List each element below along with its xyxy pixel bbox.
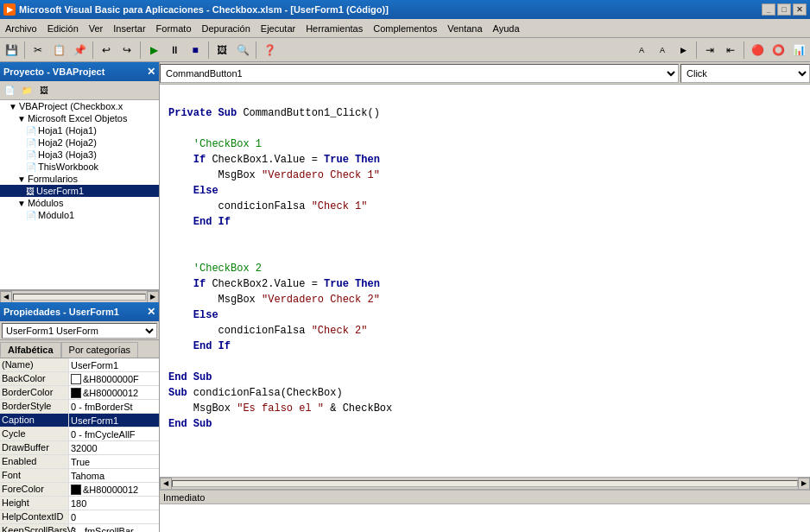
menu-ejecutar[interactable]: Ejecutar: [256, 22, 301, 35]
prop-name-drawbuffer: DrawBuffer: [0, 441, 69, 454]
prop-value-bordercolor[interactable]: &H80000012: [69, 386, 159, 399]
properties-panel: Propiedades - UserForm1 ✕ UserForm1 User…: [0, 302, 159, 532]
prop-value-drawbuffer[interactable]: 32000: [69, 441, 159, 454]
tree-item-label: Microsoft Excel Objetos: [28, 113, 128, 124]
prop-name-forecolor: ForeColor: [0, 483, 69, 496]
toolbar-undo[interactable]: ↩: [97, 41, 116, 60]
toolbar-copy[interactable]: 📋: [49, 41, 68, 60]
prop-row-name: (Name) UserForm1: [0, 358, 159, 372]
menu-bar: Archivo Edición Ver Insertar Formato Dep…: [0, 19, 810, 38]
modulo1-icon: 📄: [26, 211, 36, 220]
prop-value-caption[interactable]: UserForm1: [69, 414, 159, 427]
hscroll-left[interactable]: ◀: [160, 478, 172, 490]
tab-alfabetica[interactable]: Alfabética: [0, 342, 61, 358]
scroll-left[interactable]: ◀: [0, 291, 12, 303]
tree-btn-1[interactable]: 📄: [2, 83, 17, 98]
prop-value-helpcontextid[interactable]: 0: [69, 510, 159, 523]
tree-item-userform1[interactable]: 🖼 UserForm1: [0, 185, 159, 197]
tab-porcategorias[interactable]: Por categorías: [61, 342, 139, 358]
tree-item-formularios[interactable]: ▼ Formularios: [0, 173, 159, 185]
prop-value-forecolor[interactable]: &H80000012: [69, 483, 159, 496]
toolbar-sep-r1: [696, 41, 697, 59]
prop-value-height[interactable]: 180: [69, 497, 159, 510]
properties-close-button[interactable]: ✕: [147, 306, 155, 318]
prop-value-cycle[interactable]: 0 - fmCycleAllF: [69, 428, 159, 440]
prop-row-bordercolor: BorderColor &H80000012: [0, 386, 159, 400]
title-bar: ▶ Microsoft Visual Basic para Aplicacion…: [0, 0, 810, 19]
toolbar-redo[interactable]: ↪: [117, 41, 136, 60]
toolbar-toggle-bp[interactable]: 🔴: [748, 41, 767, 60]
tree-item-thisworkbook[interactable]: 📄 ThisWorkbook: [0, 161, 159, 173]
toolbar-objectbrowser[interactable]: 🔍: [233, 41, 252, 60]
minimize-button[interactable]: _: [762, 3, 775, 16]
prop-name-enabled: Enabled: [0, 455, 69, 468]
toolbar-save[interactable]: 💾: [2, 41, 21, 60]
toolbar-r2[interactable]: A: [653, 41, 672, 60]
tree-item-label: Módulo1: [38, 210, 74, 220]
menu-ver[interactable]: Ver: [84, 22, 109, 35]
toolbar-paste[interactable]: 📌: [70, 41, 89, 60]
immediate-title-text: Inmediato: [163, 492, 205, 503]
project-close-button[interactable]: ✕: [147, 66, 155, 78]
menu-complementos[interactable]: Complementos: [368, 22, 442, 35]
code-line-15: Else: [168, 307, 801, 323]
hoja2-icon: 📄: [26, 138, 36, 148]
toolbar-r1[interactable]: A: [632, 41, 651, 60]
code-footer: ◀ ▶: [160, 477, 810, 489]
tree-btn-3[interactable]: 🖼: [36, 83, 52, 98]
tree-item-vbaproject[interactable]: ▼ VBAProject (Checkbox.x: [0, 100, 159, 112]
toolbar-help[interactable]: ❓: [260, 41, 279, 60]
tree-item-hoja1[interactable]: 📄 Hoja1 (Hoja1): [0, 124, 159, 136]
code-header: CommandButton1 Click: [160, 62, 810, 85]
menu-archivo[interactable]: Archivo: [0, 22, 42, 35]
menu-ayuda[interactable]: Ayuda: [488, 22, 525, 35]
title-text: Microsoft Visual Basic para Aplicaciones…: [19, 4, 389, 15]
code-editor[interactable]: Private Sub CommandButton1_Click() 'Chec…: [160, 85, 810, 477]
tree-item-modulos[interactable]: ▼ Módulos: [0, 197, 159, 209]
close-button[interactable]: ✕: [793, 3, 807, 16]
scroll-track[interactable]: [13, 294, 146, 301]
toolbar-userform[interactable]: 🖼: [212, 41, 231, 60]
prop-value-enabled[interactable]: True: [69, 455, 159, 468]
project-toolbar: 📄 📁 🖼: [0, 81, 159, 100]
properties-object-combo[interactable]: UserForm1 UserForm: [2, 323, 157, 339]
tree-btn-2[interactable]: 📁: [19, 83, 35, 98]
prop-value-name[interactable]: UserForm1: [69, 358, 159, 371]
tree-item-label: UserForm1: [36, 186, 84, 196]
toolbar-indent[interactable]: ⇥: [700, 41, 719, 60]
prop-value-keepscrollbars[interactable]: 3 - fmScrollBar: [69, 524, 159, 532]
code-line-4: 'CheckBox 1: [168, 136, 801, 152]
hscroll-right[interactable]: ▶: [798, 478, 810, 490]
toolbar-pause[interactable]: ⏸: [165, 41, 184, 60]
prop-value-font[interactable]: Tahoma: [69, 469, 159, 482]
toolbar-clear-bp[interactable]: ⭕: [769, 41, 788, 60]
event-combo[interactable]: Click: [680, 64, 810, 83]
maximize-button[interactable]: □: [777, 3, 791, 16]
prop-name-borderstyle: BorderStyle: [0, 400, 69, 413]
toolbar-outdent[interactable]: ⇤: [721, 41, 740, 60]
prop-value-borderstyle[interactable]: 0 - fmBorderSt: [69, 400, 159, 413]
project-panel-title: Proyecto - VBAProject ✕: [0, 62, 159, 81]
tree-item-hoja3[interactable]: 📄 Hoja3 (Hoja3): [0, 149, 159, 161]
thisworkbook-icon: 📄: [26, 162, 36, 172]
menu-herramientas[interactable]: Herramientas: [301, 22, 368, 35]
scroll-right[interactable]: ▶: [147, 291, 159, 303]
tree-item-excelobjetos[interactable]: ▼ Microsoft Excel Objetos: [0, 112, 159, 124]
toolbar-cut[interactable]: ✂: [28, 41, 47, 60]
menu-depuracion[interactable]: Depuración: [197, 22, 256, 35]
toolbar-r6[interactable]: 📊: [789, 41, 808, 60]
menu-ventana[interactable]: Ventana: [442, 22, 487, 35]
prop-name-font: Font: [0, 469, 69, 482]
menu-edicion[interactable]: Edición: [42, 22, 84, 35]
hscroll-track[interactable]: [172, 480, 798, 487]
menu-formato[interactable]: Formato: [151, 22, 197, 35]
prop-value-backcolor[interactable]: &H8000000F: [69, 372, 159, 385]
tree-item-hoja2[interactable]: 📄 Hoja2 (Hoja2): [0, 136, 159, 149]
toolbar-stop[interactable]: ■: [186, 41, 205, 60]
toolbar-run[interactable]: ▶: [144, 41, 163, 60]
tree-item-modulo1[interactable]: 📄 Módulo1: [0, 209, 159, 221]
menu-insertar[interactable]: Insertar: [108, 22, 150, 35]
object-combo[interactable]: CommandButton1: [160, 64, 679, 83]
toolbar-r3[interactable]: ▶: [674, 41, 693, 60]
properties-tabs: Alfabética Por categorías: [0, 340, 159, 358]
